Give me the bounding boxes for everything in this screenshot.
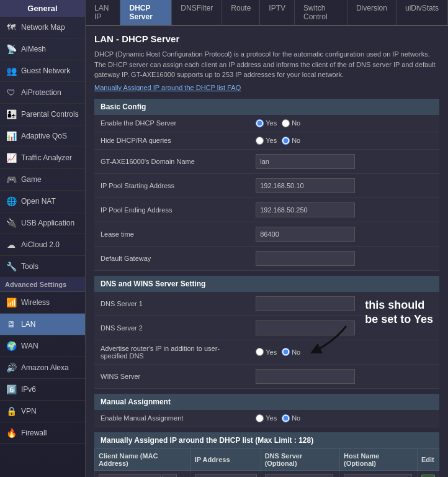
- advertise-dns-yes-label[interactable]: Yes: [256, 348, 277, 356]
- table-row: Enable the DHCP Server Yes No: [94, 115, 439, 132]
- dns-optional-input[interactable]: [265, 474, 333, 478]
- sidebar-item-lan[interactable]: 🖥 LAN: [0, 314, 85, 335]
- tools-icon: 🔧: [5, 260, 17, 273]
- page-description: DHCP (Dynamic Host Configuration Protoco…: [94, 49, 439, 80]
- parental-controls-icon: 👨‍👧: [5, 108, 17, 120]
- field-label-enable-dhcp: Enable the DHCP Server: [94, 115, 249, 132]
- enable-dhcp-yes-radio[interactable]: [256, 119, 264, 127]
- default-gateway-input[interactable]: [256, 251, 355, 266]
- manual-assignment-header: Manual Assignment: [94, 394, 439, 410]
- tab-route[interactable]: Route: [222, 0, 260, 25]
- sidebar-item-aiprotection[interactable]: 🛡 AiProtection: [0, 82, 85, 104]
- wins-server-input[interactable]: [256, 369, 355, 384]
- tab-lan-ip[interactable]: LAN IP: [86, 0, 120, 25]
- sidebar-general-title: General: [0, 0, 85, 17]
- tab-dhcp-server[interactable]: DHCP Server: [120, 0, 172, 25]
- main-content: LAN IP DHCP Server DNSFilter Route IPTV …: [86, 0, 448, 477]
- tab-dnsfilter[interactable]: DNSFilter: [172, 0, 222, 25]
- table-row: Lease time: [94, 222, 439, 246]
- sidebar-item-vpn[interactable]: 🔒 VPN: [0, 401, 85, 422]
- lease-time-input[interactable]: [256, 227, 355, 242]
- hide-dhcp-yes-label[interactable]: Yes: [256, 137, 277, 145]
- sidebar-item-ipv6[interactable]: 6️⃣ IPv6: [0, 379, 85, 401]
- dns-wins-table: DNS Server 1 DNS Server 2 Advertise rout…: [94, 292, 439, 389]
- hostname-optional-input[interactable]: [344, 474, 412, 478]
- enable-manual-yes-radio[interactable]: [256, 414, 264, 422]
- table-header-row: Client Name (MAC Address) IP Address DNS…: [95, 448, 439, 470]
- sidebar-item-aimesh[interactable]: 📡 AiMesh: [0, 39, 85, 60]
- mac-dropdown[interactable]: ▼: [162, 474, 177, 478]
- field-label-dns2: DNS Server 2: [94, 316, 249, 340]
- sidebar-label-firewall: Firewall: [21, 429, 47, 437]
- sidebar-item-adaptive-qos[interactable]: 📊 Adaptive QoS: [0, 125, 85, 147]
- ip-pool-start-input[interactable]: [256, 178, 355, 193]
- mac-address-input[interactable]: [99, 474, 161, 478]
- faq-link[interactable]: Manually Assigned IP around the DHCP lis…: [94, 84, 439, 91]
- field-label-ip-end: IP Pool Ending Address: [94, 198, 249, 222]
- tab-diversion[interactable]: Diversion: [347, 0, 396, 25]
- sidebar-item-parental-controls[interactable]: 👨‍👧 Parental Controls: [0, 104, 85, 125]
- sidebar-label-game: Game: [21, 175, 42, 184]
- sidebar-item-aicloud[interactable]: ☁ AiCloud 2.0: [0, 234, 85, 256]
- sidebar-item-tools[interactable]: 🔧 Tools: [0, 256, 85, 278]
- sidebar-item-traffic-analyzer[interactable]: 📈 Traffic Analyzer: [0, 147, 85, 169]
- dns-server2-input[interactable]: [256, 320, 355, 335]
- sidebar-item-network-map[interactable]: 🗺 Network Map: [0, 17, 85, 39]
- field-label-lease-time: Lease time: [94, 222, 249, 246]
- sidebar-item-guest-network[interactable]: 👥 Guest Network: [0, 60, 85, 82]
- field-label-wins: WINS Server: [94, 364, 249, 388]
- hide-dhcp-no-radio[interactable]: [282, 137, 290, 145]
- advertise-dns-yes-radio[interactable]: [256, 348, 264, 356]
- add-row-button[interactable]: ⊕: [421, 475, 435, 478]
- tab-bar: LAN IP DHCP Server DNSFilter Route IPTV …: [86, 0, 448, 26]
- game-icon: 🎮: [5, 173, 17, 186]
- enable-dhcp-no-label[interactable]: No: [282, 119, 300, 127]
- tab-switch-control[interactable]: Switch Control: [295, 0, 347, 25]
- enable-dhcp-no-radio[interactable]: [282, 119, 290, 127]
- firewall-icon: 🔥: [5, 427, 17, 439]
- sidebar-label-usb-application: USB Application: [21, 219, 74, 227]
- amazon-alexa-icon: 🔊: [5, 361, 17, 374]
- sidebar-label-lan: LAN: [21, 320, 35, 329]
- enable-dhcp-yes-label[interactable]: Yes: [256, 119, 277, 127]
- sidebar-label-open-nat: Open NAT: [21, 197, 56, 206]
- dhcp-list-table: Client Name (MAC Address) IP Address DNS…: [94, 448, 439, 478]
- wireless-icon: 📶: [5, 296, 17, 309]
- table-row: IP Pool Starting Address: [94, 173, 439, 198]
- sidebar-item-firewall[interactable]: 🔥 Firewall: [0, 422, 85, 444]
- hide-dhcp-radio-group: Yes No: [256, 137, 433, 145]
- adaptive-qos-icon: 📊: [5, 130, 17, 142]
- sidebar-item-open-nat[interactable]: 🌐 Open NAT: [0, 191, 85, 212]
- dns-server1-input[interactable]: [256, 296, 355, 311]
- tab-uidivstats[interactable]: uiDivStats: [396, 0, 448, 25]
- table-row: DNS Server 1: [94, 292, 439, 316]
- table-row: WINS Server: [94, 364, 439, 388]
- sidebar-item-wan[interactable]: 🌍 WAN: [0, 335, 85, 357]
- ip-address-input[interactable]: [195, 474, 257, 478]
- sidebar-label-wan: WAN: [21, 342, 38, 350]
- domain-name-input[interactable]: [256, 154, 355, 169]
- sidebar-label-aicloud: AiCloud 2.0: [21, 240, 60, 249]
- sidebar-item-wireless[interactable]: 📶 Wireless: [0, 292, 85, 314]
- sidebar-item-usb-application[interactable]: 🔌 USB Application: [0, 212, 85, 234]
- hide-dhcp-no-label[interactable]: No: [282, 137, 300, 145]
- advertise-dns-no-label[interactable]: No: [282, 348, 300, 356]
- field-label-enable-manual: Enable Manual Assignment: [94, 410, 249, 427]
- field-label-advertise-dns: Advertise router's IP in addition to use…: [94, 340, 249, 364]
- enable-manual-no-radio[interactable]: [282, 414, 290, 422]
- sidebar-item-amazon-alexa[interactable]: 🔊 Amazon Alexa: [0, 357, 85, 379]
- sidebar-label-amazon-alexa: Amazon Alexa: [21, 363, 69, 372]
- enable-manual-no-label[interactable]: No: [282, 414, 300, 422]
- ipv6-icon: 6️⃣: [5, 383, 17, 396]
- advertise-dns-no-radio[interactable]: [282, 348, 290, 356]
- sidebar-label-parental-controls: Parental Controls: [21, 110, 79, 119]
- sidebar-label-tools: Tools: [21, 262, 38, 271]
- hide-dhcp-yes-radio[interactable]: [256, 137, 264, 145]
- tab-iptv[interactable]: IPTV: [260, 0, 295, 25]
- field-label-ip-start: IP Pool Starting Address: [94, 173, 249, 198]
- sidebar-item-game[interactable]: 🎮 Game: [0, 169, 85, 191]
- sidebar: General 🗺 Network Map 📡 AiMesh 👥 Guest N…: [0, 0, 86, 477]
- usb-application-icon: 🔌: [5, 217, 17, 229]
- ip-pool-end-input[interactable]: [256, 202, 355, 217]
- enable-manual-yes-label[interactable]: Yes: [256, 414, 277, 422]
